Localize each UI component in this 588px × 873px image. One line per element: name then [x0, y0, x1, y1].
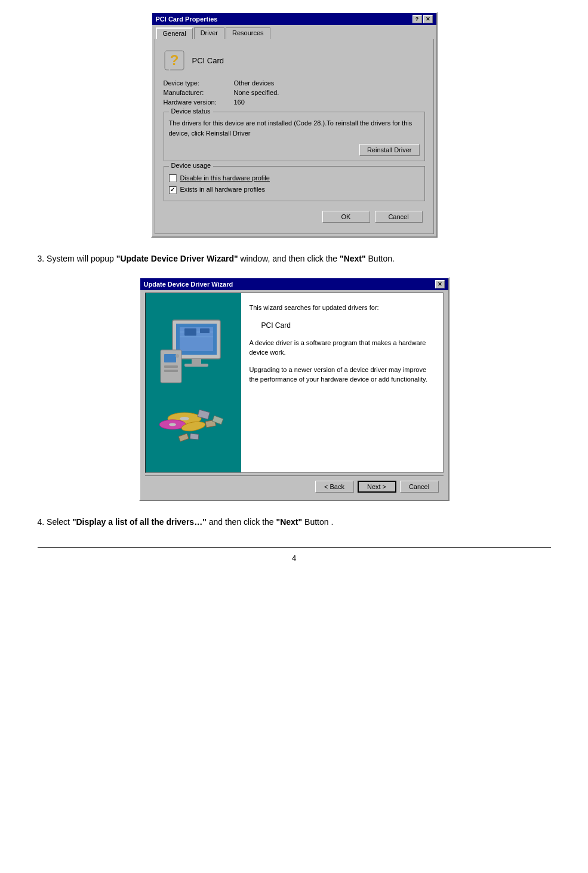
- close-button[interactable]: ✕: [423, 15, 433, 23]
- instruction4-bold2: "Next": [276, 517, 303, 527]
- instruction3-bold1: "Update Device Driver Wizard": [116, 254, 238, 263]
- manufacturer-label: Manufacturer:: [164, 89, 229, 96]
- wizard-text-panel: This wizard searches for updated drivers…: [241, 293, 443, 472]
- wizard-body-wrapper: This wizard searches for updated drivers…: [143, 293, 446, 497]
- wizard-illustration-panel: [146, 293, 241, 472]
- svg-point-20: [169, 423, 176, 426]
- manufacturer-row: Manufacturer: None specified.: [161, 88, 427, 97]
- hw-version-label: Hardware version:: [164, 99, 229, 106]
- pci-dialog-title: PCI Card Properties: [156, 16, 218, 23]
- wizard-footer: < Back Next > Cancel: [145, 475, 444, 497]
- pci-dialog-titlebar: PCI Card Properties ? ✕: [152, 13, 436, 25]
- page-separator: [38, 547, 551, 548]
- instruction3-before: 3. System will popup: [38, 254, 116, 263]
- wizard-body: This wizard searches for updated drivers…: [145, 293, 444, 473]
- hw-version-value: 160: [234, 99, 245, 106]
- update-driver-wizard-dialog: Update Device Driver Wizard ✕: [139, 277, 450, 501]
- help-button[interactable]: ?: [412, 15, 422, 23]
- device-status-group: Device status The drivers for this devic…: [164, 112, 425, 161]
- instruction-4: 4. Select "Display a list of all the dri…: [38, 515, 551, 528]
- wizard-dialog-container: Update Device Driver Wizard ✕: [38, 277, 551, 501]
- reinstall-btn-area: Reinstall Driver: [169, 144, 420, 156]
- next-button[interactable]: Next >: [358, 481, 396, 493]
- pci-dialog-body: ? PCI Card Device type: Other devices Ma…: [155, 39, 434, 234]
- manufacturer-value: None specified.: [234, 89, 279, 96]
- instruction3-after: Button.: [366, 254, 395, 263]
- wizard-close-button[interactable]: ✕: [435, 280, 445, 288]
- tab-resources[interactable]: Resources: [226, 27, 270, 39]
- device-usage-label: Device usage: [169, 162, 214, 169]
- device-type-row: Device type: Other devices: [161, 78, 427, 88]
- instruction4-before: 4. Select: [38, 517, 72, 527]
- device-usage-content: Disable in this hardware profile ✓ Exist…: [169, 169, 420, 196]
- cancel-button[interactable]: Cancel: [375, 211, 423, 223]
- svg-rect-25: [178, 434, 189, 442]
- svg-rect-11: [184, 364, 208, 367]
- device-status-label: Device status: [169, 107, 213, 115]
- pci-dialog-footer: OK Cancel: [161, 206, 427, 228]
- svg-point-18: [180, 417, 189, 420]
- instruction3-middle: window, and then click the: [238, 254, 340, 263]
- instruction3-bold2: "Next": [340, 254, 366, 263]
- device-type-value: Other devices: [234, 79, 275, 87]
- instruction4-after: Button .: [302, 517, 333, 527]
- device-usage-group: Device usage Disable in this hardware pr…: [164, 166, 425, 201]
- back-button[interactable]: < Back: [315, 481, 354, 493]
- instruction4-middle: and then click the: [207, 517, 276, 527]
- device-header: ? PCI Card: [161, 45, 427, 78]
- wizard-device-name: PCI Card: [261, 320, 435, 331]
- svg-rect-15: [164, 365, 178, 368]
- wizard-title: Update Device Driver Wizard: [144, 281, 233, 288]
- question-icon: ?: [164, 50, 185, 71]
- exists-checkbox[interactable]: ✓: [169, 186, 177, 194]
- wizard-titlebar-buttons: ✕: [435, 280, 445, 288]
- reinstall-driver-button[interactable]: Reinstall Driver: [359, 144, 420, 156]
- svg-rect-24: [190, 434, 199, 439]
- svg-text:?: ?: [170, 52, 178, 68]
- ok-button[interactable]: OK: [322, 211, 370, 223]
- checkbox-disable-row: Disable in this hardware profile: [169, 173, 420, 184]
- wizard-titlebar: Update Device Driver Wizard ✕: [140, 278, 448, 290]
- wizard-intro-text: This wizard searches for updated drivers…: [250, 303, 435, 313]
- svg-rect-13: [164, 354, 176, 362]
- wizard-para3: Upgrading to a newer version of a device…: [250, 365, 435, 385]
- instruction4-bold1: "Display a list of all the drivers…": [72, 517, 207, 527]
- dialog-tabs: General Driver Resources: [152, 25, 436, 39]
- titlebar-buttons: ? ✕: [412, 15, 433, 23]
- pci-card-properties-dialog: PCI Card Properties ? ✕ General Driver R…: [151, 12, 438, 238]
- checkbox-exists-row: ✓ Exists in all hardware profiles: [169, 184, 420, 195]
- hw-version-row: Hardware version: 160: [161, 97, 427, 107]
- exists-label: Exists in all hardware profiles: [180, 185, 265, 194]
- device-status-content: The drivers for this device are not inst…: [169, 115, 420, 156]
- instruction-3: 3. System will popup "Update Device Driv…: [38, 252, 551, 265]
- page-content: PCI Card Properties ? ✕ General Driver R…: [38, 12, 551, 562]
- disable-checkbox[interactable]: [169, 174, 177, 182]
- svg-point-14: [176, 354, 179, 358]
- svg-rect-10: [192, 359, 201, 364]
- wizard-cancel-button[interactable]: Cancel: [400, 481, 439, 493]
- device-name-label: PCI Card: [192, 56, 224, 65]
- pci-dialog-container: PCI Card Properties ? ✕ General Driver R…: [38, 12, 551, 238]
- tab-driver[interactable]: Driver: [194, 27, 224, 39]
- device-type-label: Device type:: [164, 79, 229, 87]
- status-text: The drivers for this device are not inst…: [169, 118, 420, 138]
- wizard-para2: A device driver is a software program th…: [250, 338, 435, 358]
- svg-rect-9: [200, 328, 210, 333]
- tab-general[interactable]: General: [156, 27, 193, 39]
- svg-rect-16: [164, 370, 178, 372]
- svg-rect-8: [184, 328, 196, 336]
- disable-label: Disable in this hardware profile: [180, 174, 270, 183]
- page-number: 4: [38, 554, 551, 562]
